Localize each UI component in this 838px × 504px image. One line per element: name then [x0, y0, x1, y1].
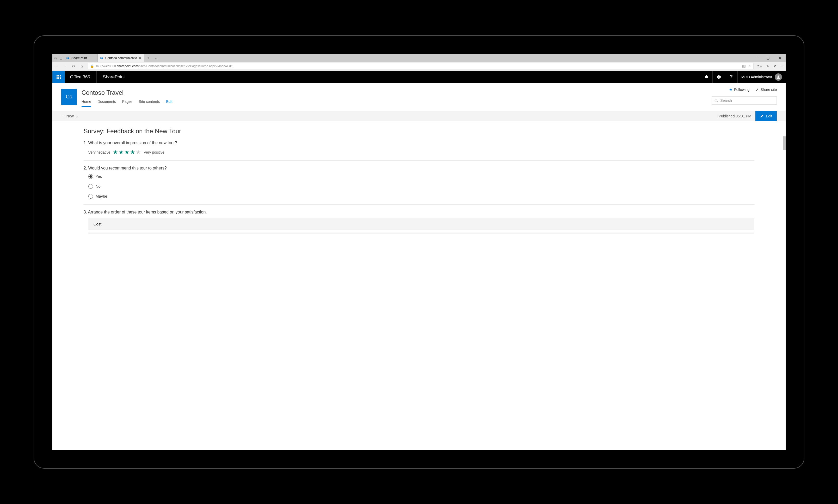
gear-icon — [717, 75, 721, 79]
new-tab-button[interactable]: ＋ — [144, 54, 152, 62]
edit-label: Edit — [766, 114, 772, 118]
radio-icon — [88, 184, 93, 189]
nav-edit[interactable]: Edit — [166, 100, 172, 107]
rank-item-label: Cost — [93, 222, 102, 226]
browser-tab[interactable]: S▸ Contoso communicatio ✕ — [98, 54, 144, 62]
notes-icon[interactable]: ✎ — [766, 64, 769, 68]
radio-label: Maybe — [96, 194, 107, 198]
site-logo[interactable]: Cc — [61, 89, 77, 105]
following-button[interactable]: ★ Following — [729, 88, 749, 92]
user-menu[interactable]: MOD Administrator — [737, 71, 786, 83]
star-icon[interactable]: ★ — [119, 149, 124, 156]
tab-chevron-icon[interactable]: ⌄ — [152, 54, 160, 62]
browser-tab[interactable]: S▸ SharePoint — [64, 54, 98, 62]
share-icon[interactable]: ↗ — [773, 64, 776, 68]
radio-icon — [88, 194, 93, 199]
share-site-button[interactable]: ↗ Share site — [756, 88, 777, 92]
nav-home[interactable]: Home — [82, 100, 91, 107]
star-icon[interactable]: ★ — [130, 149, 135, 156]
rank-item[interactable]: Cost — [88, 218, 755, 230]
search-icon — [715, 99, 718, 102]
share-icon: ↗ — [756, 88, 759, 92]
rating-stars[interactable]: ★ ★ ★ ★ ★ — [113, 149, 141, 156]
rating-left-label: Very negative — [88, 150, 110, 155]
radio-option-no[interactable]: No — [88, 184, 755, 189]
url-text: m365x428060.sharepoint.com/sites/Contoso… — [96, 64, 233, 68]
star-icon[interactable]: ★ — [124, 149, 130, 156]
survey-question-1: 1. What is your overall impression of th… — [84, 141, 755, 156]
site-header: Cc Contoso Travel Home Documents Pages S… — [52, 83, 786, 107]
svg-point-0 — [715, 99, 717, 101]
favorite-icon[interactable]: ☆ — [748, 64, 751, 68]
new-button[interactable]: ＋ New ⌄ — [61, 114, 79, 119]
notifications-button[interactable] — [700, 71, 713, 83]
refresh-button[interactable]: ↻ — [71, 64, 76, 68]
radio-option-yes[interactable]: Yes — [88, 174, 755, 179]
suite-app[interactable]: SharePoint — [103, 74, 125, 80]
plus-icon: ＋ — [61, 114, 65, 119]
tab-preview-icon[interactable]: ▭ — [54, 56, 57, 60]
settings-button[interactable] — [713, 71, 725, 83]
page-content: Survey: Feedback on the New Tour 1. What… — [52, 121, 786, 450]
share-site-label: Share site — [760, 88, 777, 92]
question-text: 2. Would you recommend this tour to othe… — [84, 166, 755, 170]
rank-item[interactable] — [88, 233, 755, 234]
nav-documents[interactable]: Documents — [98, 100, 116, 107]
home-button[interactable]: ⌂ — [80, 64, 84, 68]
nav-site-contents[interactable]: Site contents — [139, 100, 160, 107]
following-label: Following — [734, 88, 749, 92]
reading-view-icon[interactable]: ▯▯ — [742, 64, 746, 68]
address-bar[interactable]: 🔒 m365x428060.sharepoint.com/sites/Conto… — [88, 63, 754, 69]
avatar — [775, 73, 782, 81]
star-icon[interactable]: ★ — [113, 149, 118, 156]
chevron-down-icon: ⌄ — [75, 114, 79, 118]
survey-question-3: 3. Arrange the order of these tour items… — [84, 210, 755, 234]
command-bar: ＋ New ⌄ Published 05:01 PM Edit — [52, 111, 786, 121]
question-text: 3. Arrange the order of these tour items… — [84, 210, 755, 215]
edit-button[interactable]: Edit — [755, 111, 777, 121]
survey-question-2: 2. Would you recommend this tour to othe… — [84, 166, 755, 199]
search-placeholder: Search — [720, 98, 732, 103]
browser-tab-title: SharePoint — [71, 56, 87, 60]
close-icon[interactable]: ✕ — [139, 56, 141, 60]
suite-bar: Office 365 SharePoint ? MOD Administrato… — [52, 71, 786, 83]
radio-icon — [88, 174, 93, 179]
star-icon[interactable]: ★ — [136, 149, 141, 156]
question-text: 1. What is your overall impression of th… — [84, 141, 755, 145]
site-title[interactable]: Contoso Travel — [82, 89, 777, 96]
radio-label: Yes — [96, 174, 102, 179]
tab-aside-icon[interactable]: ▢ — [59, 56, 62, 60]
radio-label: No — [96, 184, 101, 188]
close-window-button[interactable]: ✕ — [774, 54, 786, 62]
nav-pages[interactable]: Pages — [122, 100, 133, 107]
sharepoint-icon: S▸ — [66, 56, 70, 60]
new-label: New — [66, 114, 74, 118]
more-icon[interactable]: ⋯ — [780, 64, 784, 68]
search-input[interactable]: Search — [712, 96, 777, 105]
sharepoint-icon: S▸ — [100, 56, 104, 60]
browser-tab-title: Contoso communicatio — [105, 56, 137, 60]
browser-titlebar: ▭ ▢ S▸ SharePoint S▸ Contoso communicati… — [52, 54, 786, 62]
scrollbar[interactable] — [783, 137, 786, 150]
bell-icon — [704, 75, 708, 79]
svg-line-1 — [717, 101, 718, 102]
lock-icon: 🔒 — [90, 64, 94, 68]
radio-option-maybe[interactable]: Maybe — [88, 194, 755, 199]
app-launcher-button[interactable] — [52, 71, 65, 83]
forward-button[interactable]: → — [63, 64, 68, 68]
back-button[interactable]: ← — [54, 64, 59, 68]
favorites-list-icon[interactable]: ≡☆ — [757, 64, 763, 68]
published-status: Published 05:01 PM — [719, 114, 751, 118]
minimize-button[interactable]: — — [750, 54, 762, 62]
suite-brand[interactable]: Office 365 — [70, 74, 90, 80]
site-nav: Home Documents Pages Site contents Edit — [82, 100, 777, 107]
person-icon — [776, 75, 781, 79]
maximize-button[interactable]: ▢ — [762, 54, 774, 62]
browser-toolbar: ← → ↻ ⌂ 🔒 m365x428060.sharepoint.com/sit… — [52, 62, 786, 71]
help-button[interactable]: ? — [725, 71, 737, 83]
user-name: MOD Administrator — [741, 75, 772, 79]
app-launcher-icon — [56, 75, 61, 79]
pencil-icon — [760, 114, 764, 118]
question-divider — [84, 160, 755, 161]
survey-title: Survey: Feedback on the New Tour — [84, 128, 755, 135]
